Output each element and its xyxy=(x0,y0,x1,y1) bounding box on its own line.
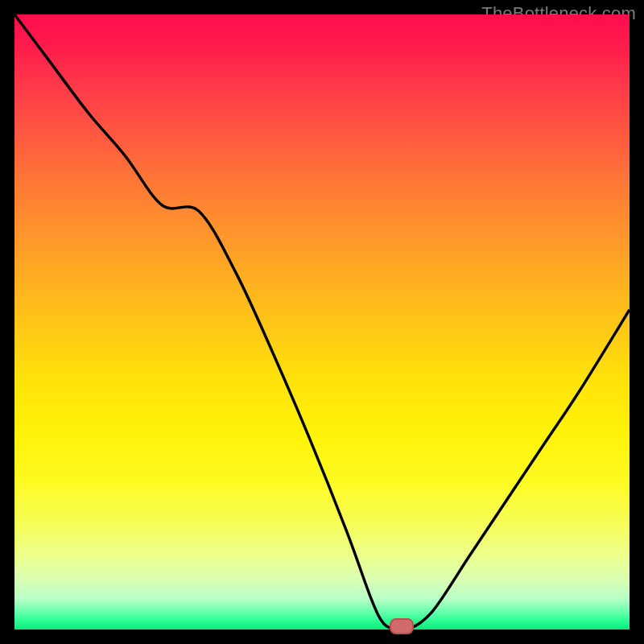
plot-area xyxy=(14,14,630,630)
bottleneck-chart: TheBottleneck.com xyxy=(0,0,644,644)
curve-svg xyxy=(14,14,630,630)
optimal-point-marker xyxy=(390,618,414,634)
bottleneck-curve-path xyxy=(14,14,630,630)
